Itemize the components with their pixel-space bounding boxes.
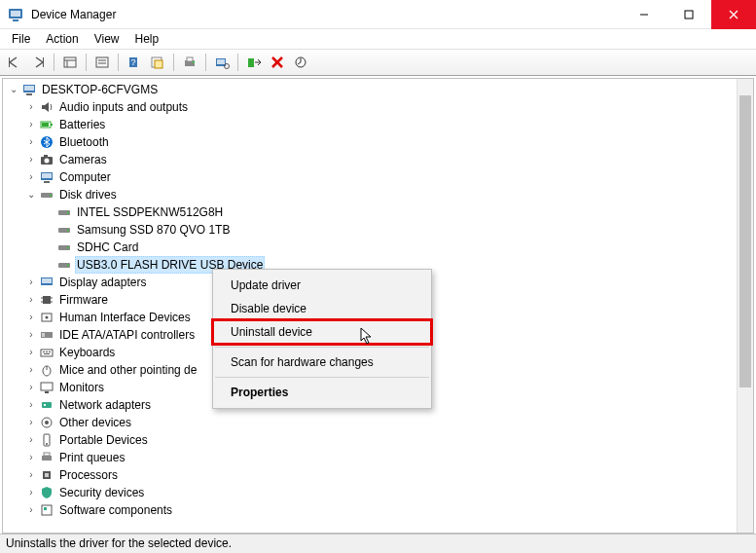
svg-point-51	[67, 265, 69, 267]
tree-item-disk[interactable]: SDHC Card	[3, 239, 753, 256]
action-button[interactable]	[147, 52, 168, 73]
expand-icon[interactable]: ›	[24, 381, 38, 394]
svg-point-21	[193, 61, 195, 63]
svg-rect-9	[64, 57, 76, 67]
tree-item-bluetooth[interactable]: › Bluetooth	[3, 133, 753, 151]
menu-view[interactable]: View	[87, 30, 127, 48]
tree-item-batteries[interactable]: › Batteries	[3, 116, 753, 133]
scan-button[interactable]	[211, 52, 233, 73]
expand-icon[interactable]: ›	[24, 503, 38, 517]
tree-label: Keyboards	[57, 345, 117, 360]
expand-icon[interactable]: ›	[24, 363, 38, 377]
statusbar: Uninstalls the driver for the selected d…	[0, 534, 756, 553]
expand-icon[interactable]: ›	[24, 293, 38, 307]
svg-rect-83	[44, 507, 47, 510]
scroll-thumb[interactable]	[739, 95, 751, 387]
svg-point-47	[67, 230, 69, 232]
minimize-button[interactable]	[622, 0, 666, 29]
tree-item-software[interactable]: › Software components	[3, 501, 753, 519]
svg-rect-53	[42, 278, 52, 283]
tree-label: IDE ATA/ATAPI controllers	[57, 327, 197, 343]
context-uninstall-device[interactable]: Uninstall device	[213, 320, 431, 344]
expand-icon[interactable]: ›	[24, 451, 38, 464]
expand-icon[interactable]: ›	[24, 433, 38, 447]
tree-item-portable[interactable]: › Portable Devices	[3, 431, 753, 449]
expand-icon[interactable]: ›	[24, 398, 38, 412]
svg-rect-64	[43, 351, 45, 352]
svg-rect-70	[41, 383, 53, 390]
svg-rect-31	[26, 93, 32, 95]
expand-icon[interactable]: ›	[24, 311, 38, 324]
status-text: Uninstalls the driver for the selected d…	[6, 536, 232, 550]
expand-icon[interactable]: ›	[24, 346, 38, 359]
tree-label: Computer	[57, 169, 113, 185]
tree-item-print[interactable]: › Print queues	[3, 449, 753, 466]
svg-rect-4	[685, 11, 693, 18]
enable-button[interactable]	[243, 52, 265, 73]
expand-icon[interactable]: ›	[24, 170, 38, 184]
tree-item-cameras[interactable]: › Cameras	[3, 151, 753, 168]
svg-rect-78	[42, 456, 52, 461]
svg-rect-23	[217, 59, 225, 64]
vertical-scrollbar[interactable]	[737, 79, 753, 533]
context-properties[interactable]: Properties	[213, 381, 431, 404]
svg-rect-63	[41, 350, 53, 356]
tree-item-disk-drives[interactable]: ⌄ Disk drives	[3, 186, 753, 203]
context-update-driver[interactable]: Update driver	[213, 274, 431, 297]
toolbar: ?	[0, 49, 756, 76]
print-button[interactable]	[179, 52, 200, 73]
expand-icon[interactable]: ›	[24, 276, 38, 289]
network-icon	[39, 397, 54, 413]
tree-root[interactable]: ⌄ DESKTOP-6CFVGMS	[3, 81, 753, 98]
back-button[interactable]	[4, 52, 25, 73]
expand-icon[interactable]: ›	[24, 416, 38, 429]
expand-icon[interactable]: ›	[24, 118, 38, 131]
chip-icon	[39, 292, 54, 308]
toolbar-separator	[173, 54, 174, 71]
expand-icon[interactable]: ›	[24, 153, 38, 166]
audio-icon	[39, 99, 54, 115]
menu-action[interactable]: Action	[38, 30, 86, 48]
expand-icon[interactable]: ›	[24, 328, 38, 342]
maximize-button[interactable]	[666, 0, 711, 29]
svg-rect-20	[187, 57, 193, 61]
menu-file[interactable]: File	[4, 30, 38, 48]
tree-item-audio[interactable]: › Audio inputs and outputs	[3, 98, 753, 116]
svg-rect-25	[248, 58, 254, 67]
tree-item-disk[interactable]: INTEL SSDPEKNW512G8H	[3, 203, 753, 221]
show-hidden-button[interactable]	[59, 52, 81, 73]
help-button[interactable]: ?	[124, 52, 145, 73]
toolbar-separator	[237, 54, 238, 71]
close-button[interactable]	[711, 0, 756, 29]
tree-item-processors[interactable]: › Processors	[3, 466, 753, 484]
menu-help[interactable]: Help	[127, 30, 167, 48]
uninstall-button[interactable]	[267, 52, 288, 73]
ide-icon	[39, 327, 54, 343]
update-button[interactable]	[290, 52, 311, 73]
tree-label: Security devices	[57, 485, 146, 500]
tree-item-disk[interactable]: Samsung SSD 870 QVO 1TB	[3, 221, 753, 239]
svg-point-75	[45, 421, 49, 424]
tree-label: Processors	[57, 467, 120, 483]
properties-button[interactable]	[91, 52, 113, 73]
expand-icon[interactable]: ›	[24, 468, 38, 482]
forward-button[interactable]	[27, 52, 49, 73]
tree-label: Software components	[57, 502, 174, 518]
expand-icon[interactable]: ›	[24, 486, 38, 499]
toolbar-separator	[54, 54, 54, 71]
expand-icon[interactable]: ›	[24, 135, 38, 149]
tree-item-security[interactable]: › Security devices	[3, 484, 753, 501]
battery-icon	[39, 117, 54, 132]
context-disable-device[interactable]: Disable device	[213, 297, 431, 320]
collapse-icon[interactable]: ⌄	[24, 188, 38, 202]
tree-item-computer[interactable]: › Computer	[3, 168, 753, 186]
svg-rect-38	[44, 155, 48, 157]
svg-rect-1	[11, 11, 20, 17]
expand-icon[interactable]: ›	[24, 100, 38, 114]
other-icon	[39, 415, 54, 430]
tree-item-other[interactable]: › Other devices	[3, 414, 753, 431]
context-scan-hardware[interactable]: Scan for hardware changes	[213, 350, 431, 374]
hid-icon	[39, 310, 54, 325]
collapse-icon[interactable]: ⌄	[7, 83, 20, 96]
svg-rect-79	[44, 453, 50, 456]
